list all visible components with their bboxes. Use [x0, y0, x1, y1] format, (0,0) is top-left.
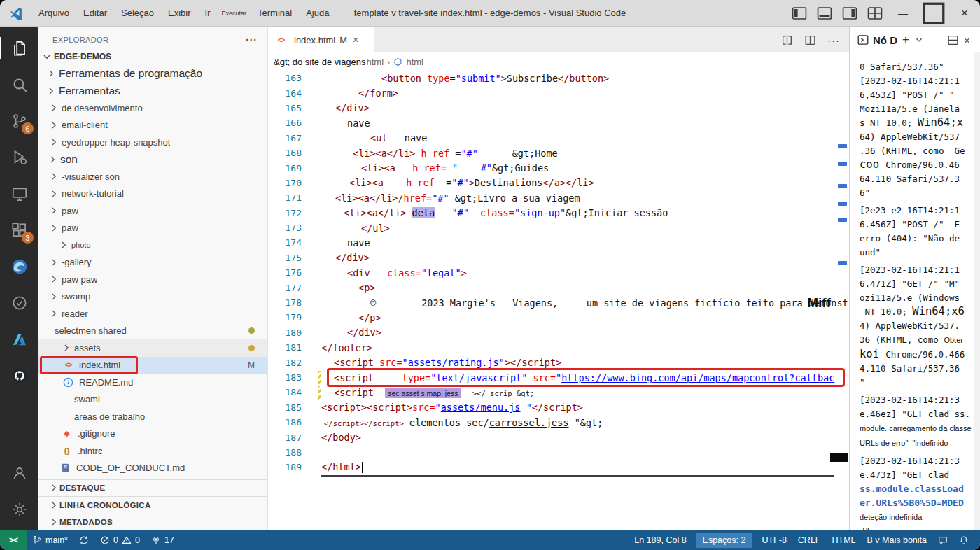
menu-sele-o[interactable]: Seleção	[115, 5, 160, 21]
breadcrumb-item[interactable]: html	[406, 57, 424, 67]
code-line[interactable]: 166nave	[268, 115, 849, 130]
status-indentation[interactable]: Espaços: 2	[696, 533, 753, 548]
code-line[interactable]: 176<div class="legal">	[268, 265, 849, 280]
tree-item-paw[interactable]: paw	[38, 202, 267, 220]
tree-item-eyedropper-heap-snapshot[interactable]: eyedropper heap-snapshot	[38, 134, 267, 151]
tree-root-edge-demos[interactable]: EDGE-DEMOS	[38, 48, 267, 65]
status-encoding[interactable]: UTF-8	[756, 530, 792, 550]
status-formatter[interactable]: B v Mais bonita	[862, 530, 932, 550]
menu-editar[interactable]: Editar	[77, 5, 113, 21]
code-line[interactable]: 181</footer>	[268, 340, 849, 355]
console-link[interactable]: ss.module.classLoad	[860, 484, 964, 494]
tree-item-assets[interactable]: assets	[38, 339, 267, 357]
code-line[interactable]: 184<script sec asset s map. jess ></ scr…	[268, 385, 849, 400]
console-link[interactable]: er.URLs%5B0%5D=MDED	[860, 498, 964, 508]
menu-terminal[interactable]: Terminal	[251, 5, 298, 21]
code-line[interactable]: 173</ul>	[268, 220, 849, 235]
status-ports[interactable]: 17	[146, 530, 180, 550]
tree-item-hintrc[interactable]: {}.hintrc	[38, 442, 267, 460]
add-console-icon[interactable]: +	[901, 33, 911, 47]
tab-close-icon[interactable]: ×	[353, 34, 358, 45]
layout-grid-toggle[interactable]	[867, 5, 883, 22]
activity-explorer[interactable]	[0, 30, 38, 66]
tree-item-selectmen-shared[interactable]: selectmen shared	[38, 323, 267, 340]
compare-changes-icon[interactable]	[781, 34, 793, 46]
activity-run-and-debug[interactable]	[0, 139, 38, 176]
layout-sidebar-left-toggle[interactable]	[791, 5, 808, 22]
section-destaque[interactable]: DESTAQUE	[38, 479, 267, 497]
tab-index-html[interactable]: <> index.html M ×	[268, 27, 374, 52]
status-problems[interactable]: 00	[94, 530, 146, 550]
section-metadados[interactable]: METADADOS	[38, 514, 267, 531]
tree-item-ferramentas-de-programa-o[interactable]: Ferramentas de programação	[38, 65, 267, 83]
breadcrumb-item[interactable]: html	[367, 57, 384, 67]
status-notifications[interactable]	[953, 530, 974, 550]
code-line[interactable]: 175</div>	[268, 251, 849, 265]
code-line[interactable]: 186</script></script> elementos sec/carr…	[268, 415, 849, 430]
tree-item-visualizer-son[interactable]: -visualizer son	[38, 168, 267, 185]
code-line[interactable]: 183<script type="text/javascript" src="h…	[268, 370, 849, 385]
more-actions-icon[interactable]: ···	[246, 34, 258, 45]
code-line[interactable]: 170<li><a h ref ="#">Destinations</a></l…	[268, 176, 849, 190]
code-line[interactable]: 169<li><a h ref= " #"&gt;Guides	[268, 160, 849, 175]
activity-github[interactable]	[0, 358, 38, 394]
tree-item-reader[interactable]: reader	[38, 305, 267, 323]
more-actions-icon[interactable]: ···	[827, 34, 839, 46]
status-feedback[interactable]	[932, 530, 953, 550]
activity-extensions[interactable]: 3	[0, 212, 38, 248]
activity-settings[interactable]	[0, 491, 38, 528]
tree-item-ferramentas[interactable]: Ferramentas	[38, 83, 267, 100]
tree-item-reas-de-trabalho[interactable]: áreas de trabalho	[38, 408, 267, 425]
code-line[interactable]: 174nave	[268, 235, 849, 250]
menu-arquivo[interactable]: Arquivo	[32, 5, 76, 21]
minimap-slider[interactable]	[830, 453, 848, 462]
tree-item-de-desenvolvimento[interactable]: de desenvolvimento	[38, 99, 267, 117]
tree-item-photo[interactable]: photo	[38, 237, 267, 254]
tree-item-gallery[interactable]: -gallery	[38, 254, 267, 272]
code-line[interactable]: 178© 2023 Margie's Viagens, um site de v…	[268, 295, 849, 310]
activity-test-explorer[interactable]	[0, 285, 38, 321]
maximize-button[interactable]	[918, 0, 949, 26]
code-line[interactable]: 167<ul nave	[268, 131, 849, 146]
minimize-button[interactable]: —	[888, 0, 918, 26]
tree-item-swami[interactable]: swami	[38, 391, 267, 409]
activity-remote-explorer[interactable]	[0, 176, 38, 212]
tree-item-readme-md[interactable]: README.md	[38, 374, 267, 391]
tree-item-code-of-conduct-md[interactable]: CODE_OF_CONDUCT.md	[38, 460, 267, 477]
close-panel-icon[interactable]: ×	[964, 34, 976, 46]
code-line[interactable]: 179</p>	[268, 310, 849, 325]
tree-item-paw[interactable]: paw	[38, 220, 267, 237]
code-line[interactable]: 189</html>	[268, 460, 849, 474]
tree-item-email-client[interactable]: email-client	[38, 117, 267, 134]
code-line[interactable]: 171<li><a</li>/href="#" &gt;Livro a sua …	[268, 190, 849, 205]
code-line[interactable]: 163<button type="submit">Subscribe</butt…	[268, 71, 849, 85]
status-remote-window[interactable]: ><	[0, 530, 27, 550]
layout-sidebar-right-toggle[interactable]	[841, 5, 858, 22]
tree-item-network-tutorial[interactable]: network-tutorial	[38, 185, 267, 203]
menu-ir[interactable]: Ir	[199, 5, 217, 21]
chevron-down-icon[interactable]	[914, 35, 924, 45]
code-line[interactable]: 185<script><script>src="assets/menu.js "…	[268, 400, 849, 415]
tree-item-son[interactable]: son	[38, 151, 267, 169]
tree-item-paw-paw[interactable]: paw paw	[38, 271, 267, 288]
code-line[interactable]: 180</div>	[268, 325, 849, 340]
split-editor-icon[interactable]	[804, 34, 816, 46]
status-language-mode[interactable]: HTML	[827, 530, 862, 550]
panel-scrollbar[interactable]	[974, 52, 980, 530]
activity-edge-devtools[interactable]	[0, 248, 38, 285]
status-branch[interactable]: main*	[27, 530, 74, 550]
menu-ajuda[interactable]: Ajuda	[300, 5, 335, 21]
code-line[interactable]: 168<li><a</li> h ref ="#" &gt;Home	[268, 146, 849, 160]
code-line[interactable]: 172<li><a</li> dela "#" class="sign-up"&…	[268, 206, 849, 220]
activity-search[interactable]	[0, 66, 38, 103]
code-line[interactable]: 165</div>	[268, 101, 849, 115]
layout-panel-toggle[interactable]	[816, 5, 833, 22]
activity-source-control[interactable]: 6	[0, 103, 38, 139]
horizontal-scrollbar[interactable]	[321, 475, 834, 477]
code-line[interactable]: 188	[268, 445, 849, 460]
code-line[interactable]: 182<script src="assets/rating.js"></scri…	[268, 355, 849, 369]
menu-executar[interactable]: Executar	[218, 7, 251, 20]
close-button[interactable]: ×	[949, 0, 980, 26]
tree-item-swamp[interactable]: swamp	[38, 288, 267, 306]
menu-exibir[interactable]: Exibir	[162, 5, 197, 21]
